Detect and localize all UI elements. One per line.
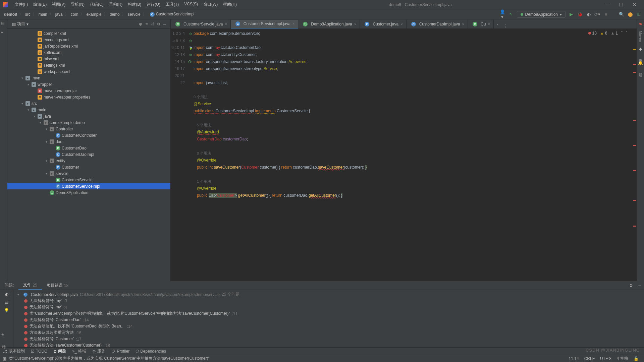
problem-item[interactable]: 无法自动装配。找不到 'CustomerDao' 类型的 Bean。 :14 xyxy=(16,323,641,329)
problem-item[interactable]: 无法解析符号 'Customer' :17 xyxy=(16,336,641,342)
menu-帮助(H)[interactable]: 帮助(H) xyxy=(220,2,239,7)
ide-update-icon[interactable]: ⬤ xyxy=(627,12,633,17)
tree-node[interactable]: ▾▸servcie xyxy=(7,170,170,177)
tree-node[interactable]: ▾▸dao xyxy=(7,138,170,145)
problem-item[interactable]: 类"CustomerServiceImpl"必须声明为抽象，或为实现"Custo… xyxy=(16,310,641,317)
menu-窗口(W)[interactable]: 窗口(W) xyxy=(201,2,220,7)
problem-item[interactable]: 无法解析符号 'my' :4 xyxy=(16,304,641,310)
tree-node[interactable]: ⚙maven-wrapper.properties xyxy=(7,94,170,100)
commit-tool-button[interactable]: ● xyxy=(1,30,6,36)
bottom-tool-问题[interactable]: ⊘问题 xyxy=(53,348,66,354)
error-stripe[interactable] xyxy=(633,29,637,281)
coverage-button[interactable]: ◐ xyxy=(586,12,592,17)
problems-tab[interactable]: 文件 25 xyxy=(18,281,42,290)
indent-setting[interactable]: 4 空格 xyxy=(614,356,631,361)
code-with-me-icon[interactable]: ▶⃝ xyxy=(636,12,642,17)
tree-node[interactable]: ⚙compiler.xml xyxy=(7,30,170,37)
settings-button[interactable]: ⚙ xyxy=(156,22,162,26)
tree-node[interactable]: CCustomerServcie xyxy=(7,177,170,183)
code-content[interactable]: package com.example.demo.servcie; import… xyxy=(194,29,633,281)
breadcrumb-item[interactable]: com xyxy=(69,11,80,17)
close-tab-button[interactable]: × xyxy=(354,22,356,26)
expand-all-button[interactable]: ≡ xyxy=(144,22,150,26)
bottom-tool-Profiler[interactable]: ⏱Profiler xyxy=(111,349,129,354)
tree-node[interactable]: ⚙workspace.xml xyxy=(7,68,170,75)
run-configuration-select[interactable]: Demo8Application ▾ xyxy=(517,11,566,18)
profile-button[interactable]: ⟳▾ xyxy=(594,12,600,17)
menu-重构(R)[interactable]: 重构(R) xyxy=(106,2,125,7)
problem-item[interactable]: 方法未从其超类重写方法 :16 xyxy=(16,329,641,336)
tree-node[interactable]: ⬡Demo8Application xyxy=(7,189,170,196)
structure-tool-button[interactable]: 结构 xyxy=(1,342,6,347)
tree-node[interactable]: ⚙misc.xml xyxy=(7,56,170,62)
database-tool-button[interactable]: ◆ xyxy=(639,47,642,51)
inspection-summary[interactable]: 18 ▲6 ▲1 ˆ ˇ xyxy=(588,31,627,36)
tree-node[interactable]: ⚙settings.xml xyxy=(7,62,170,68)
tree-node[interactable]: ▥maven-wrapper.jar xyxy=(7,87,170,94)
breadcrumb-item[interactable]: demo8 xyxy=(2,11,19,17)
tree-node[interactable]: ▾▸java xyxy=(7,113,170,119)
breadcrumb-item[interactable]: demo xyxy=(108,11,122,17)
editor-tab[interactable]: CCustomerServiceImpl.java× xyxy=(231,20,298,28)
tree-node[interactable]: CCustomerDao xyxy=(7,145,170,151)
bottom-tool-终端[interactable]: >_终端 xyxy=(72,348,86,354)
tree-node[interactable]: CCustomer xyxy=(7,164,170,170)
maximize-button[interactable]: ❐ xyxy=(614,2,628,7)
bottom-tool-Dependencies[interactable]: ⬡Dependencies xyxy=(136,349,166,354)
stop-button[interactable]: ■ xyxy=(603,12,609,17)
status-tool-icon[interactable]: ▣ xyxy=(3,356,6,361)
maven-tool-button[interactable]: m xyxy=(639,21,642,26)
problems-tab[interactable]: 问题: xyxy=(0,281,18,290)
problem-item[interactable]: 无法解析方法 'saveCustomer(Customer)' :18 xyxy=(16,342,641,347)
project-tree[interactable]: ⚙compiler.xml⚙encodings.xml⚙jarRepositor… xyxy=(7,29,170,281)
user-icon[interactable]: 👤▾ xyxy=(499,9,505,19)
editor-tab[interactable]: ⬡Demo8Application.java× xyxy=(298,20,360,28)
breadcrumb-item[interactable]: java xyxy=(53,11,65,17)
tree-node[interactable]: ⚙kotlinc.xml xyxy=(7,49,170,56)
project-tool-button[interactable]: ▤ xyxy=(1,21,6,26)
menu-编辑(E)[interactable]: 编辑(E) xyxy=(31,2,49,7)
tree-node[interactable]: CCustomerServiceImpl xyxy=(7,183,170,189)
filter-button[interactable]: ◐ xyxy=(5,292,8,297)
tree-node[interactable]: CCustomerController xyxy=(7,132,170,138)
editor-tab[interactable]: CCustomerDaoImpl.java× xyxy=(407,20,468,28)
problem-item[interactable]: 无法解析符号 'my' :3 xyxy=(16,298,641,304)
close-tab-button[interactable]: × xyxy=(225,22,227,26)
problems-hide-button[interactable]: ─ xyxy=(636,283,644,288)
bottom-tool-TODO[interactable]: ☑TODO xyxy=(31,349,47,354)
collapse-all-button[interactable]: ⇵ xyxy=(150,22,156,26)
tree-node[interactable]: ▾▸Controller xyxy=(7,126,170,132)
readonly-toggle[interactable]: 🔓 xyxy=(631,356,641,361)
run-button[interactable]: ▶ xyxy=(568,12,574,17)
breadcrumb-item[interactable]: main xyxy=(37,11,49,17)
favorites-tool-button[interactable]: ★ xyxy=(1,333,6,338)
tabs-more-button[interactable]: ⋮ xyxy=(501,24,511,28)
breadcrumb-item[interactable]: servcie xyxy=(126,11,143,17)
tabs-dropdown-button[interactable]: ˅ xyxy=(494,24,501,28)
notifications-tool-button[interactable]: 🔔 xyxy=(638,61,643,65)
tree-node[interactable]: ▾▸main xyxy=(7,107,170,113)
caret-position[interactable]: 11:14 xyxy=(566,356,582,361)
tree-node[interactable]: ▾▸.mvn xyxy=(7,75,170,81)
menu-代码(C)[interactable]: 代码(C) xyxy=(87,2,106,7)
breadcrumb-item[interactable]: CCustomerServiceImpl xyxy=(147,11,197,17)
code-editor[interactable]: 18 ▲6 ▲1 ˆ ˇ 1 2 3 4 5 6 7 8 9 10 11 12 … xyxy=(171,29,637,281)
problems-file-header[interactable]: ▾CCustomerServiceImpl.java C:\Users\8617… xyxy=(16,291,641,298)
tree-node[interactable]: ▾▸com.example.demo xyxy=(7,119,170,126)
search-everywhere-button[interactable]: 🔍 xyxy=(619,12,625,17)
menu-VCS(S)[interactable]: VCS(S) xyxy=(181,2,201,7)
prev-highlight-button[interactable]: ˆ xyxy=(621,31,623,36)
file-encoding[interactable]: UTF-8 xyxy=(597,356,614,361)
menu-运行(U)[interactable]: 运行(U) xyxy=(144,2,163,7)
menu-导航(N)[interactable]: 导航(N) xyxy=(68,2,87,7)
tree-node[interactable]: ⚙jarRepositories.xml xyxy=(7,43,170,49)
close-tab-button[interactable]: × xyxy=(400,22,402,26)
tree-node[interactable]: ▾▸wrapper xyxy=(7,81,170,87)
minimize-button[interactable]: ─ xyxy=(601,2,614,7)
breadcrumb-item[interactable]: example xyxy=(84,11,103,17)
breadcrumb-item[interactable]: src xyxy=(23,11,33,17)
view-options-button[interactable]: ▤ xyxy=(5,300,8,305)
maven-label[interactable]: Maven xyxy=(639,31,643,42)
menu-构建(B)[interactable]: 构建(B) xyxy=(125,2,144,7)
tree-node[interactable]: ▾▸entity xyxy=(7,158,170,164)
